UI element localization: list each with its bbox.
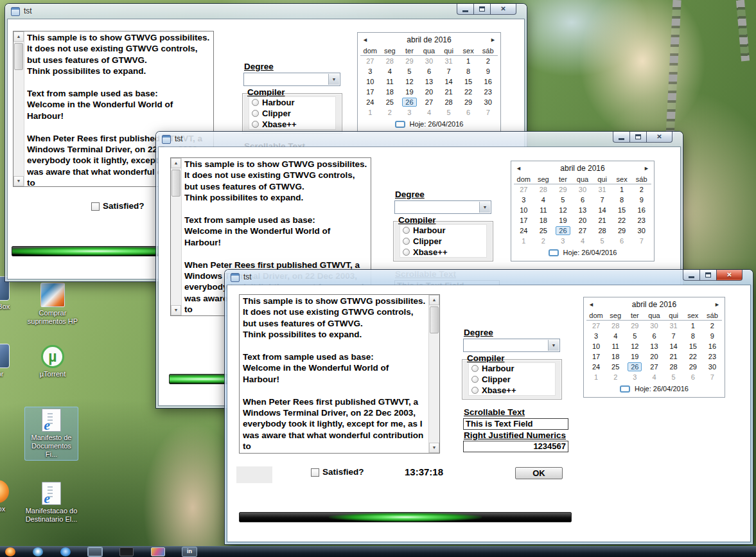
calendar-day[interactable]: 29 [400, 56, 419, 66]
calendar-day[interactable]: 30 [573, 184, 593, 195]
calendar-day[interactable]: 8 [459, 66, 479, 76]
radio-clipper[interactable]: Clipper [403, 236, 484, 247]
calendar-day[interactable]: 28 [439, 97, 459, 107]
radio-harbour[interactable]: Harbour [252, 97, 333, 108]
titlebar[interactable]: tst ✕ [5, 4, 527, 19]
media-player-icon[interactable] [33, 547, 43, 556]
titlebar[interactable]: tst ✕ [156, 132, 683, 147]
maximize-button[interactable] [699, 270, 717, 281]
calendar-day[interactable]: 1 [514, 236, 534, 246]
calendar-day[interactable]: 14 [664, 341, 683, 351]
paint-icon[interactable] [151, 547, 165, 556]
calendar-day[interactable]: 17 [586, 351, 606, 362]
scrollbar[interactable]: ▲ ▼ [171, 158, 182, 315]
minimize-button[interactable] [683, 270, 700, 281]
calendar-day[interactable]: 19 [553, 215, 573, 225]
radio-xbase[interactable]: Xbase++ [403, 247, 484, 258]
scrollbar-track[interactable] [429, 305, 439, 443]
calendar-day[interactable]: 10 [586, 341, 606, 351]
calendar-day[interactable]: 5 [625, 331, 644, 341]
calendar-day[interactable]: 7 [439, 66, 459, 76]
calendar-day[interactable]: 6 [612, 236, 632, 246]
calendar-day[interactable]: 27 [586, 321, 606, 331]
explorer-window-icon[interactable] [88, 547, 102, 556]
calendar-day[interactable]: 5 [553, 195, 573, 205]
calendar-day[interactable]: 21 [664, 351, 683, 362]
calendar-day[interactable]: 31 [664, 321, 683, 331]
calendar-day[interactable]: 4 [644, 372, 664, 382]
calendar-day[interactable]: 24 [586, 362, 606, 372]
calendar-day[interactable]: 8 [683, 331, 703, 341]
calendar-day[interactable]: 14 [592, 205, 612, 215]
calendar-day[interactable]: 27 [419, 97, 439, 107]
calendar-today-row[interactable]: Hoje: 26/04/2016 [358, 118, 500, 130]
scrollbar-track[interactable] [13, 42, 24, 176]
close-button[interactable]: ✕ [716, 270, 743, 281]
calendar-day[interactable]: 15 [459, 76, 479, 87]
calendar-day[interactable]: 20 [573, 215, 593, 225]
desktop-icon-comprar-suprimentos-hp[interactable]: Comprar suprimentos HP [26, 281, 80, 327]
calendar-day[interactable]: 29 [553, 184, 573, 195]
calendar-day[interactable]: 25 [606, 362, 625, 372]
radio-harbour[interactable]: Harbour [403, 225, 484, 236]
calendar-day[interactable]: 12 [553, 205, 573, 215]
calendar-day[interactable]: 2 [631, 184, 651, 195]
calendar-prev-icon[interactable]: ◄ [516, 165, 522, 172]
console-icon[interactable] [119, 547, 134, 556]
calendar-day[interactable]: 7 [478, 107, 498, 118]
scroll-up-icon[interactable]: ▲ [171, 158, 181, 168]
calendar-day[interactable]: 3 [553, 236, 573, 246]
calendar-day[interactable]: 25 [380, 97, 400, 107]
calendar-day[interactable]: 18 [534, 215, 554, 225]
calendar-day[interactable]: 22 [612, 215, 632, 225]
calendar-day[interactable]: 16 [478, 76, 498, 87]
calendar-day[interactable]: 28 [534, 184, 554, 195]
calendar-prev-icon[interactable]: ◄ [588, 301, 594, 308]
calendar-day[interactable]: 26 [628, 362, 642, 371]
calendar-day[interactable]: 20 [419, 87, 439, 97]
calendar-day[interactable]: 30 [703, 362, 722, 372]
calendar-day[interactable]: 18 [380, 87, 400, 97]
calendar-day[interactable]: 28 [664, 362, 683, 372]
calendar-prev-icon[interactable]: ◄ [362, 37, 368, 43]
calendar-day[interactable]: 9 [478, 66, 498, 76]
calendar-day[interactable]: 1 [586, 372, 606, 382]
calendar-day[interactable]: 25 [534, 225, 554, 236]
calendar-day[interactable]: 15 [612, 205, 632, 215]
calendar-day[interactable]: 18 [606, 351, 625, 362]
calendar-day[interactable]: 15 [683, 341, 703, 351]
calendar-day[interactable]: 26 [402, 98, 417, 107]
calendar-day[interactable]: 29 [625, 321, 644, 331]
calendar-day[interactable]: 4 [606, 331, 625, 341]
scrollbar-thumb[interactable] [14, 43, 23, 70]
calendar-day[interactable]: 14 [439, 76, 459, 87]
degree-combobox[interactable] [243, 73, 340, 86]
calendar-day[interactable]: 6 [683, 372, 703, 382]
calendar-day[interactable]: 17 [514, 215, 534, 225]
calendar-day[interactable]: 3 [360, 66, 380, 76]
calendar-day[interactable]: 21 [592, 215, 612, 225]
calendar-day[interactable]: 5 [400, 66, 419, 76]
calendar-day[interactable]: 22 [459, 87, 479, 97]
calendar-day[interactable]: 23 [703, 351, 722, 362]
maximize-button[interactable] [473, 4, 491, 15]
degree-combobox[interactable] [394, 200, 491, 214]
desktop-icon-firefox[interactable]: refox [0, 479, 24, 515]
calendar-day[interactable]: 11 [380, 76, 400, 87]
calendar-day[interactable]: 7 [664, 331, 683, 341]
calendar-day[interactable]: 26 [556, 226, 570, 235]
calendar-day[interactable]: 31 [592, 184, 612, 195]
internet-explorer-icon[interactable] [60, 547, 71, 556]
calendar-day[interactable]: 2 [380, 107, 400, 118]
calendar-day[interactable]: 30 [631, 225, 651, 236]
calendar-day[interactable]: 8 [612, 195, 632, 205]
maximize-button[interactable] [629, 132, 647, 143]
calendar-today-row[interactable]: Hoje: 26/04/2016 [584, 382, 725, 395]
text-field[interactable]: This is Text Field [463, 418, 568, 430]
close-button[interactable]: ✕ [646, 132, 672, 143]
calendar-day[interactable]: 1 [360, 107, 380, 118]
desktop-icon-utorrent[interactable]: µTorrent [26, 344, 80, 380]
calendar-day[interactable]: 5 [592, 236, 612, 246]
calendar-day[interactable]: 30 [478, 97, 498, 107]
close-button[interactable]: ✕ [490, 4, 516, 15]
